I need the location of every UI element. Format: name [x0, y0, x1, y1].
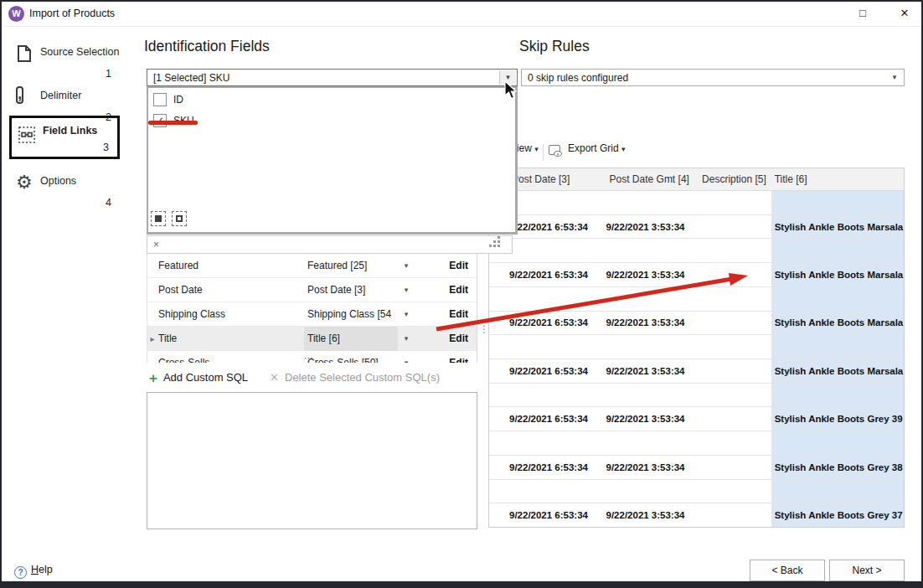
help-label: H	[31, 564, 39, 575]
option-id[interactable]: ID	[148, 92, 515, 109]
cell-post-date-gmt: 9/22/2021 3:53:34	[604, 510, 700, 520]
identification-fields-dropdown: ID ✓ SKU	[147, 86, 518, 235]
edit-button[interactable]: Edit	[449, 333, 468, 344]
combobox-value: 0 skip rules configured	[528, 72, 628, 84]
edit-button[interactable]: Edit	[449, 357, 468, 363]
mapped-column-select[interactable]: Shipping Class [54	[304, 302, 398, 327]
grid-row-empty[interactable]	[489, 480, 904, 504]
sidebar-label: Delimiter	[40, 90, 81, 101]
option-sku[interactable]: ✓ SKU	[148, 113, 515, 130]
chevron-down-icon: ▾	[534, 145, 539, 153]
deselect-all-icon[interactable]	[172, 211, 187, 226]
help-icon: ?	[14, 566, 27, 579]
sidebar-item-options[interactable]: ⚙ Options 4	[9, 168, 120, 212]
grid-row[interactable]: 9/22/2021 6:53:34 9/22/2021 3:53:34 Styl…	[489, 407, 904, 431]
cell-title: Stylish Ankle Boots Grey 39	[771, 414, 904, 424]
export-grid-label: Export Grid	[568, 142, 619, 154]
export-grid-menu[interactable]: Export Grid ▾	[568, 142, 626, 162]
grid-header-row: Post Date [3] Post Date Gmt [4] Descript…	[489, 168, 904, 191]
scrollbar-thumb[interactable]: ⋮	[479, 323, 489, 335]
app-logo-icon: W	[8, 6, 24, 22]
grid-row[interactable]: 9/22/2021 6:53:34 9/22/2021 3:53:34 Styl…	[489, 359, 904, 384]
column-header[interactable]: Post Date Gmt [4]	[604, 173, 700, 185]
more-rows-indicator: ⋯	[304, 353, 314, 364]
cell-post-date-gmt: 9/22/2021 3:53:34	[604, 414, 700, 424]
identification-fields-combobox[interactable]: [1 Selected] SKU ▾	[147, 69, 518, 86]
sidebar-label: Options	[40, 175, 76, 187]
next-button[interactable]: Next >	[829, 560, 905, 581]
chevron-down-icon[interactable]: ▾	[398, 334, 415, 343]
field-name: Post Date	[157, 284, 304, 296]
help-link[interactable]: ?Help	[14, 564, 53, 579]
edit-button[interactable]: Edit	[449, 284, 468, 296]
cell-title: Stylish Ankle Boots Marsala	[771, 366, 904, 376]
grid-body: 9/22/2021 6:53:34 9/22/2021 3:53:34 Styl…	[489, 191, 904, 527]
identification-fields-heading: Identification Fields	[144, 38, 270, 55]
grid-row-empty[interactable]	[489, 335, 904, 359]
cell-post-date: 9/22/2021 6:53:34	[489, 366, 604, 376]
custom-sql-textarea[interactable]	[147, 392, 477, 529]
mapped-column-select[interactable]: Post Date [3]	[304, 278, 398, 302]
cell-post-date: 9/22/2021 6:53:34	[489, 317, 604, 328]
grid-row[interactable]: 9/22/2021 6:53:34 9/22/2021 3:53:34 Styl…	[489, 263, 904, 287]
mapped-column-select[interactable]: Cross-Sells [50]	[304, 351, 398, 364]
combobox-dropdown-button[interactable]: ▾	[886, 70, 903, 85]
select-all-icon[interactable]	[151, 211, 166, 226]
resize-grip[interactable]	[498, 245, 500, 247]
chevron-down-icon[interactable]: ▾	[398, 358, 415, 363]
sidebar-label: Field Links	[43, 125, 97, 137]
step-number: 3	[103, 142, 109, 153]
chevron-down-icon: ▾	[621, 145, 626, 153]
sidebar-label: Source Selection	[40, 46, 120, 58]
sidebar-item-field-links[interactable]: Field Links 3	[9, 116, 120, 159]
cell-post-date-gmt: 9/22/2021 3:53:34	[604, 270, 700, 280]
chevron-down-icon[interactable]: ▾	[398, 310, 415, 318]
document-icon	[16, 44, 34, 63]
field-links-icon	[18, 126, 37, 145]
column-header[interactable]: Description [5]	[699, 173, 771, 185]
cell-title: Stylish Ankle Boots Grey 37	[771, 510, 904, 520]
grid-row-empty[interactable]	[489, 287, 904, 312]
close-button[interactable]: ✕	[895, 5, 914, 22]
column-header[interactable]: Title [6]	[771, 173, 904, 185]
help-label: elp	[39, 564, 53, 575]
grid-row[interactable]: 9/22/2021 6:53:34 9/22/2021 3:53:34 Styl…	[489, 456, 904, 480]
window-title: Import of Products	[29, 8, 115, 19]
cell-post-date: 9/22/2021 6:53:34	[489, 510, 604, 520]
grid-row[interactable]: 9/22/2021 6:53:34 9/22/2021 3:53:34 Styl…	[489, 503, 904, 527]
grid-row-empty[interactable]	[489, 384, 904, 408]
skip-rules-combobox[interactable]: 0 skip rules configured ▾	[521, 69, 905, 86]
field-name: Cross-Sells	[157, 357, 304, 363]
row-marker-icon: ▸	[147, 334, 157, 343]
field-mapping-table[interactable]: Featured Featured [25] ▾ Edit Post Date …	[147, 254, 477, 363]
chevron-down-icon: ▾	[506, 73, 510, 81]
mapping-row[interactable]: Featured Featured [25] ▾ Edit	[147, 254, 477, 278]
add-custom-sql-button[interactable]: Add Custom SQL	[163, 371, 248, 384]
grid-row-empty[interactable]	[489, 239, 904, 263]
mapping-row[interactable]: Shipping Class Shipping Class [54 ▾ Edit	[147, 302, 477, 327]
mapped-column-select[interactable]: Featured [25]	[304, 254, 398, 278]
mapped-column-select[interactable]: Title [6]	[304, 327, 398, 351]
checkbox-checked[interactable]: ✓	[153, 114, 167, 127]
mapping-row[interactable]: Post Date Post Date [3] ▾ Edit	[147, 278, 477, 302]
mapping-row-selected[interactable]: ▸ Title Title [6] ▾ Edit	[147, 327, 477, 351]
preview-grid[interactable]: Post Date [3] Post Date Gmt [4] Descript…	[488, 168, 905, 528]
back-button[interactable]: < Back	[750, 560, 825, 581]
close-filter-icon[interactable]: ×	[153, 239, 159, 250]
edit-button[interactable]: Edit	[449, 260, 468, 271]
maximize-button[interactable]: □	[853, 5, 872, 22]
cell-title: Stylish Ankle Boots Marsala	[771, 270, 904, 280]
popup-resize-strip: ×	[147, 235, 513, 254]
chevron-down-icon[interactable]: ▾	[398, 286, 415, 294]
grid-row-empty[interactable]	[489, 191, 904, 215]
grid-row[interactable]: 9/22/2021 6:53:34 9/22/2021 3:53:34 Styl…	[489, 312, 904, 336]
cell-title: Stylish Ankle Boots Marsala	[771, 222, 904, 232]
chevron-down-icon[interactable]: ▾	[398, 261, 415, 270]
sidebar-item-source-selection[interactable]: Source Selection 1	[9, 39, 120, 83]
edit-button[interactable]: Edit	[449, 308, 468, 320]
delete-custom-sql-button[interactable]: Delete Selected Custom SQL(s)	[285, 371, 440, 384]
grid-row[interactable]: 9/22/2021 6:53:34 9/22/2021 3:53:34 Styl…	[489, 215, 904, 240]
checkbox[interactable]	[153, 93, 167, 106]
combobox-dropdown-button[interactable]: ▾	[499, 70, 516, 85]
grid-row-empty[interactable]	[489, 431, 904, 456]
